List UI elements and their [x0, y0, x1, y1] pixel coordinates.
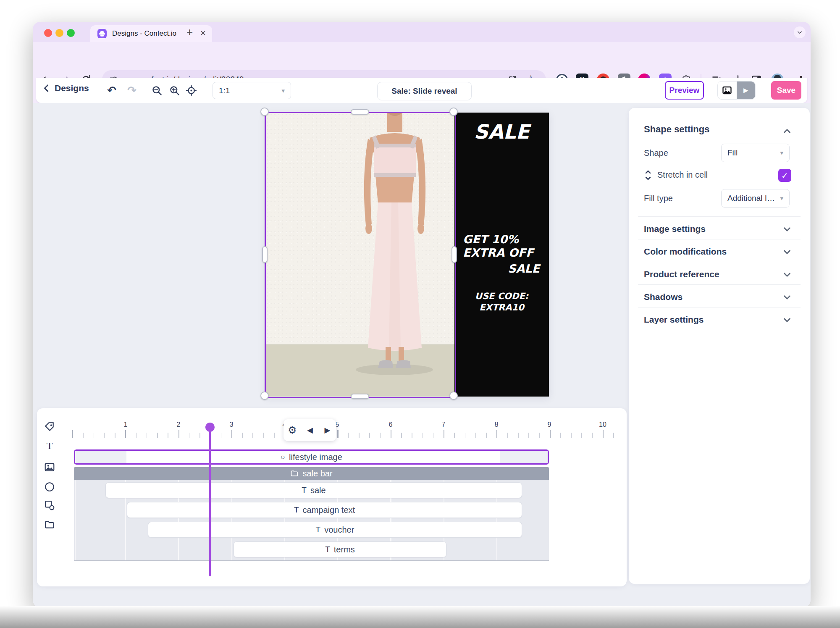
step-backward-icon: ◀ [307, 426, 313, 435]
zoom-out-icon[interactable] [150, 84, 163, 97]
bar-fade-end[interactable] [500, 451, 548, 463]
timeline-controls-popup: ⚙ ◀ ▶ [284, 419, 336, 441]
image-icon [722, 85, 732, 95]
zoom-ratio-dropdown[interactable]: 1:1 ▾ [213, 82, 291, 99]
window-minimize-button[interactable] [55, 29, 63, 37]
timeline-bar-campaign-text[interactable]: T campaign text [127, 502, 522, 518]
step-forward-icon: ▶ [324, 426, 330, 435]
text-tool-icon[interactable]: T [44, 440, 55, 452]
confect-favicon [97, 29, 107, 39]
expand-icon[interactable] [782, 269, 793, 280]
window-close-button[interactable] [44, 29, 52, 37]
design-artboard[interactable]: SALE GET 10% EXTRA OFF SALE USE CODE: EX… [265, 113, 549, 397]
settings-panel: Shape settings Shape Fill ▾ Stretch in c… [629, 108, 810, 584]
timeline-settings-button[interactable]: ⚙ [284, 419, 301, 441]
expand-icon[interactable] [782, 224, 793, 235]
ad-sale-text: SALE [508, 262, 540, 275]
caret-down-icon: ▾ [281, 87, 285, 95]
layer-label-text: sale bar [302, 469, 332, 478]
panel-divider [638, 307, 801, 307]
panel-divider [638, 239, 801, 239]
save-label: Save [777, 86, 795, 95]
resize-handle-right[interactable] [452, 246, 457, 263]
bar-fade-start[interactable] [75, 451, 126, 463]
shape-settings-header[interactable]: Shape settings [644, 124, 709, 135]
video-mode-segment[interactable]: ▶ [737, 81, 756, 99]
preview-button[interactable]: Preview [665, 81, 704, 100]
back-to-designs-button[interactable]: Designs [42, 83, 89, 93]
layer-label-text: lifestyle image [289, 452, 342, 462]
stretch-in-cell-label: Stretch in cell [657, 170, 708, 180]
shape-label: Shape [644, 148, 668, 158]
resize-handle-bottom-right[interactable] [449, 392, 458, 400]
fill-type-label: Fill type [644, 194, 673, 203]
resize-handle-bottom-left[interactable] [260, 392, 269, 400]
new-tab-icon[interactable]: + [186, 26, 193, 37]
tab-strip: Designs - Confect.io × + [33, 22, 811, 42]
timeline-bar-voucher[interactable]: T voucher [148, 522, 522, 538]
tab-search-button[interactable] [794, 26, 806, 38]
zoom-ratio-value: 1:1 [219, 86, 230, 95]
center-view-icon[interactable] [185, 84, 197, 97]
stretch-in-cell-checkbox[interactable]: ✓ [778, 169, 791, 182]
ad-offer-line2: EXTRA OFF [463, 246, 534, 260]
playhead-line[interactable] [209, 429, 211, 576]
ad-offer-line1: GET 10% [463, 233, 534, 246]
caret-down-icon: ▾ [780, 194, 783, 202]
playhead-handle[interactable] [205, 423, 215, 432]
ruler-tick-label: 3 [223, 421, 240, 428]
fill-type-dropdown[interactable]: Additional I… ▾ [721, 189, 790, 208]
layer-label: T terms [325, 545, 355, 554]
image-mode-segment[interactable] [718, 81, 737, 99]
resize-handle-bottom[interactable] [351, 394, 369, 399]
shape-dropdown[interactable]: Fill ▾ [721, 144, 790, 162]
folder-tool-icon[interactable] [44, 519, 55, 531]
expand-icon[interactable] [782, 315, 793, 326]
undo-icon[interactable]: ↶ [105, 84, 118, 97]
timeline-bar-lifestyle-image[interactable]: ○ lifestyle image [74, 449, 549, 465]
layer-label-text: terms [334, 545, 355, 554]
stretch-icon [643, 170, 653, 181]
step-forward-button[interactable]: ▶ [319, 419, 336, 441]
ruler-major-ticks[interactable] [72, 430, 616, 438]
editor-toolbar: Designs ↶ ↷ 1:1 ▾ Sale: Slide reveal Pre… [36, 78, 807, 103]
video-play-icon: ▶ [743, 87, 748, 94]
redo-icon[interactable]: ↷ [126, 84, 138, 97]
shapes-tool-icon[interactable] [44, 499, 55, 511]
panel-divider [638, 216, 801, 217]
back-to-designs-label: Designs [55, 83, 89, 93]
expand-icon[interactable] [782, 292, 793, 303]
section-image-settings[interactable]: Image settings [644, 224, 706, 234]
caret-down-icon: ▾ [780, 149, 783, 157]
collapse-icon[interactable] [782, 126, 793, 137]
section-layer-settings[interactable]: Layer settings [644, 315, 704, 325]
resize-handle-top-right[interactable] [449, 108, 458, 116]
ruler-tick-label: 6 [382, 421, 399, 428]
resize-handle-left[interactable] [262, 246, 268, 263]
resize-handle-top-left[interactable] [260, 108, 269, 116]
design-name-button[interactable]: Sale: Slide reveal [377, 82, 472, 100]
lifestyle-image-layer[interactable] [265, 113, 454, 397]
window-zoom-button[interactable] [67, 29, 75, 37]
zoom-in-icon[interactable] [168, 84, 181, 97]
image-tool-icon[interactable] [44, 461, 55, 473]
fill-type-value: Additional I… [727, 194, 775, 203]
tag-tool-icon[interactable] [44, 421, 55, 433]
image-video-toggle[interactable]: ▶ [717, 81, 756, 100]
step-backward-button[interactable]: ◀ [301, 419, 318, 441]
timeline-bar-terms[interactable]: T terms [234, 541, 446, 557]
save-button[interactable]: Save [771, 81, 801, 100]
section-color-modifications[interactable]: Color modifications [644, 247, 727, 257]
section-shadows[interactable]: Shadows [644, 292, 682, 302]
timeline-bar-sale-bar-group[interactable]: sale bar [74, 467, 549, 480]
section-product-reference[interactable]: Product reference [644, 269, 719, 279]
resize-handle-top[interactable] [351, 109, 369, 115]
tab-close-icon[interactable]: × [200, 29, 206, 38]
ellipse-layer-icon: ○ [281, 453, 285, 462]
browser-tab[interactable]: Designs - Confect.io × [90, 25, 212, 42]
expand-icon[interactable] [782, 247, 793, 258]
text-layer-icon: T [325, 545, 330, 554]
sale-bar-layer[interactable]: SALE GET 10% EXTRA OFF SALE USE CODE: EX… [454, 113, 549, 397]
ellipse-tool-icon[interactable] [44, 481, 55, 493]
timeline-bar-sale[interactable]: T sale [105, 482, 522, 498]
